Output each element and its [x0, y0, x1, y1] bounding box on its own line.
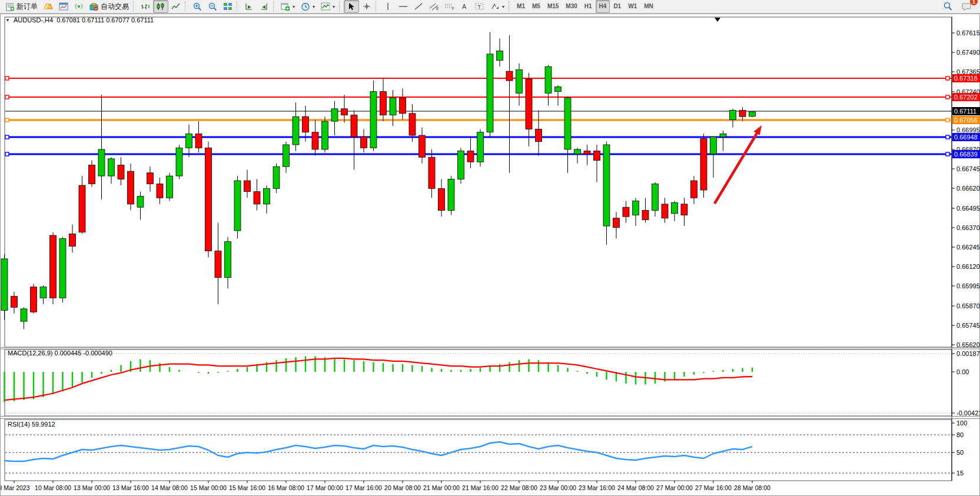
candle-body — [254, 192, 260, 204]
time-tick-label: 21 Mar 00:00 — [423, 484, 460, 491]
signal-button[interactable] — [71, 0, 87, 13]
chart-collapse-icon[interactable]: ▼ — [5, 18, 10, 23]
timeframe-button-m15[interactable]: M15 — [544, 0, 562, 13]
time-tick-label: 13 Mar 16:00 — [112, 484, 149, 491]
text-button[interactable]: A — [457, 0, 472, 13]
level-anchor-right — [946, 152, 949, 156]
trend-arrow-head — [754, 125, 762, 135]
autotrade-button[interactable]: 自动交易 — [87, 0, 132, 13]
gold-button[interactable] — [41, 0, 56, 13]
rsi-tick-label: 100 — [956, 420, 967, 427]
level-anchor-left — [5, 135, 9, 139]
candle-body — [390, 98, 396, 115]
search-button[interactable] — [940, 0, 955, 13]
candle-body — [428, 157, 435, 188]
chart-window-button[interactable] — [56, 0, 71, 13]
timeframe-button-w1[interactable]: W1 — [624, 0, 640, 13]
toolbar-separator — [339, 1, 343, 12]
price-tick-label: 0.66495 — [956, 205, 980, 212]
candle-body — [438, 188, 445, 210]
candle-body — [477, 132, 484, 162]
candle-body — [555, 87, 562, 92]
channel-button[interactable]: E — [426, 0, 441, 13]
timeframe-button-m1[interactable]: M1 — [513, 0, 529, 13]
candle-body — [312, 132, 318, 149]
time-tick-label: 24 Mar 08:00 — [617, 484, 654, 491]
timeframe-button-d1[interactable]: D1 — [610, 0, 624, 13]
chat-button[interactable]: 1 — [959, 0, 974, 13]
periodicity-button[interactable]: ▾ — [298, 0, 318, 13]
time-tick-label: 14 Mar 08:00 — [151, 484, 188, 491]
chart-shift-button[interactable] — [257, 0, 272, 13]
candle-body — [419, 135, 426, 157]
trend-arrow[interactable] — [715, 129, 759, 204]
candle-body — [147, 173, 154, 184]
macd-tick-label: 0.001878 — [956, 350, 980, 357]
timeframe-button-h4[interactable]: H4 — [596, 0, 610, 13]
candle-body — [613, 218, 620, 228]
candle-body — [11, 297, 18, 308]
time-tick-label: 23 Mar 16:00 — [579, 484, 615, 491]
zoom-in-button[interactable] — [190, 0, 205, 13]
candlestick-button[interactable] — [153, 0, 168, 13]
toolbar-separator — [273, 1, 277, 12]
candle-body — [128, 171, 134, 204]
bar-chart-button[interactable] — [138, 0, 153, 13]
price-tag-label: 0.67318 — [954, 75, 978, 82]
toolbar-separator — [376, 1, 379, 12]
candle-body — [400, 98, 406, 114]
candle-body — [497, 51, 503, 61]
time-tick-label: 17 Mar 00:00 — [307, 484, 343, 491]
chart-window[interactable]: ▼ AUDUSD-,H4 0.67081 0.67111 0.67077 0.6… — [0, 14, 980, 496]
candle-body — [176, 148, 182, 176]
candle-body — [564, 98, 571, 149]
chart-ohlc-values: 0.67081 0.67111 0.67077 0.67111 — [57, 16, 154, 24]
timeframe-button-mn[interactable]: MN — [640, 0, 657, 13]
candle-body — [1, 259, 8, 311]
time-tick-label: 28 Mar 08:00 — [734, 484, 770, 491]
candle-body — [31, 287, 37, 312]
candle-body — [79, 185, 85, 232]
candle-body — [293, 116, 299, 145]
candle-body — [225, 242, 231, 278]
level-anchor-right — [946, 118, 949, 122]
candle-body — [623, 207, 629, 217]
rsi-tick-label: 80 — [956, 431, 964, 438]
crosshair-button[interactable] — [359, 0, 374, 13]
price-tick-label: 0.67490 — [956, 49, 980, 56]
zoom-out-button[interactable] — [205, 0, 220, 13]
vertical-line-button[interactable] — [380, 0, 396, 13]
fibonacci-button[interactable]: F — [441, 0, 457, 13]
timeframe-button-m30[interactable]: M30 — [562, 0, 580, 13]
candle-body — [244, 181, 251, 192]
price-tick-label: 0.65870 — [956, 302, 980, 309]
cursor-button[interactable] — [344, 0, 359, 13]
new-order-button[interactable]: 新订单 — [2, 0, 41, 13]
time-tick-label: 9 Mar 2023 — [1, 484, 30, 491]
time-tick-label: 16 Mar 08:00 — [268, 484, 304, 491]
timeframe-button-h1[interactable]: H1 — [581, 0, 596, 13]
tile-windows-button[interactable] — [220, 0, 235, 13]
candle-body — [458, 151, 464, 179]
candle-body — [205, 148, 212, 251]
candle-body — [691, 181, 697, 198]
indicators-button[interactable]: ▾ — [318, 0, 338, 13]
line-chart-button[interactable] — [168, 0, 184, 13]
candle-body — [730, 111, 736, 120]
text-label-button[interactable]: T — [472, 0, 487, 13]
candlestick-chart[interactable]: 0.676150.674900.673650.672400.669950.668… — [1, 14, 980, 496]
candle-body — [526, 79, 532, 129]
new-chart-button[interactable]: ▾ — [278, 0, 298, 13]
candle-body — [40, 287, 46, 298]
price-tick-label: 0.66120 — [956, 263, 980, 270]
time-tick-label: 22 Mar 08:00 — [501, 484, 537, 491]
horizontal-line-button[interactable] — [396, 0, 411, 13]
timeframe-button-m5[interactable]: M5 — [529, 0, 544, 13]
macd-tick-label: 0.00 — [956, 368, 969, 375]
trendline-button[interactable] — [411, 0, 426, 13]
price-tag-label: 0.66948 — [954, 134, 978, 141]
shapes-button[interactable]: ▾ — [487, 0, 507, 13]
toolbar-separator — [237, 1, 240, 12]
new-order-label: 新订单 — [16, 2, 38, 12]
auto-scroll-button[interactable] — [241, 0, 257, 13]
